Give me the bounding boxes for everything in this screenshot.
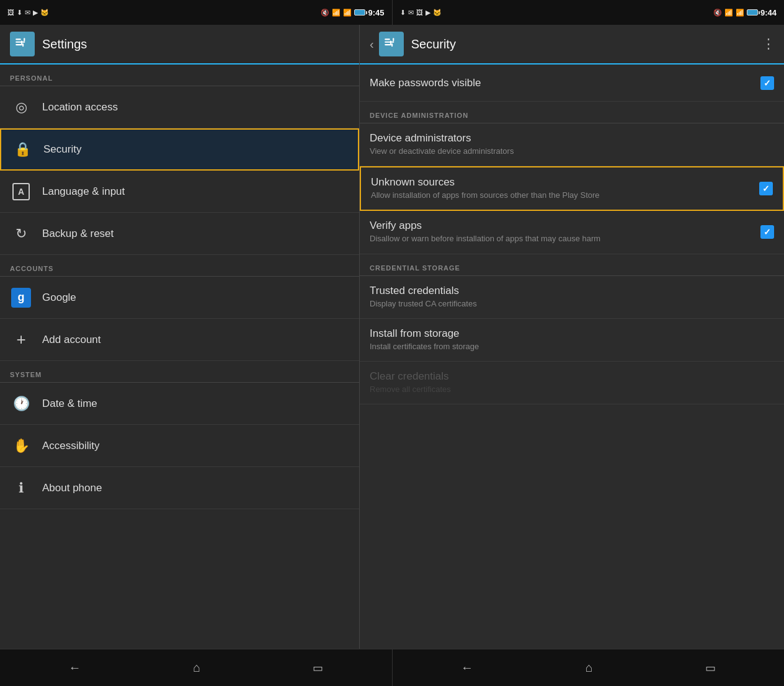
svg-rect-11 <box>391 43 393 47</box>
right-panel: ‹ Security ⋮ Make passwords visible <box>360 25 784 649</box>
verify-apps-text: Verify apps Disallow or warn before inst… <box>370 220 755 244</box>
sidebar-item-about[interactable]: ℹ About phone <box>0 467 359 509</box>
unknown-sources-checkbox[interactable] <box>759 182 773 195</box>
sidebar-item-accessibility[interactable]: ✋ Accessibility <box>0 425 359 467</box>
verify-apps-checkbox[interactable] <box>760 225 774 239</box>
trusted-credentials-text: Trusted credentials Display trusted CA c… <box>370 285 774 310</box>
sidebar-item-location[interactable]: ◎ Location access <box>0 86 359 128</box>
clear-credentials-subtitle: Remove all certificates <box>370 384 774 395</box>
left-time: 9:45 <box>368 8 384 17</box>
image-icon: 🖼 <box>7 9 14 16</box>
battery-icon <box>354 9 365 16</box>
trusted-credentials-title: Trusted credentials <box>370 285 774 297</box>
clock-icon: 🕐 <box>10 393 32 415</box>
verify-apps-title: Verify apps <box>370 220 755 232</box>
security-item-verify-apps[interactable]: Verify apps Disallow or warn before inst… <box>360 211 784 254</box>
language-icon: A <box>10 180 32 203</box>
signal2-icon: 📶 <box>736 9 744 17</box>
install-storage-title: Install from storage <box>370 327 774 340</box>
google-logo: g <box>11 288 31 308</box>
security-app-icon <box>379 32 404 56</box>
security-item-clear-credentials[interactable]: Clear credentials Remove all certificate… <box>360 362 784 404</box>
download2-icon: ⬇ <box>400 9 406 17</box>
play-icon: ▶ <box>33 9 38 17</box>
left-status-bar: 🖼 ⬇ ✉ ▶ 🐱 🔇 📶 📶 9:45 <box>0 0 392 25</box>
security-title-bar: Security <box>411 37 762 51</box>
backup-text: Backup & reset <box>42 228 349 240</box>
battery2-icon <box>747 9 758 16</box>
accessibility-text: Accessibility <box>42 440 349 452</box>
mute2-icon: 🔇 <box>713 9 722 17</box>
svg-rect-8 <box>385 44 391 45</box>
security-item-trusted-credentials[interactable]: Trusted credentials Display trusted CA c… <box>360 276 784 319</box>
svg-rect-2 <box>16 44 22 45</box>
svg-rect-9 <box>393 38 394 41</box>
back-arrow-icon[interactable]: ‹ <box>370 37 374 51</box>
personal-section-header: PERSONAL <box>0 65 359 86</box>
wifi-icon: 📶 <box>332 9 341 17</box>
sidebar-item-security[interactable]: 🔒 Security <box>0 128 359 171</box>
cat-icon: 🐱 <box>40 9 49 17</box>
clear-credentials-text: Clear credentials Remove all certificate… <box>370 370 774 395</box>
svg-rect-0 <box>16 38 21 40</box>
add-account-title: Add account <box>42 334 349 346</box>
sidebar-item-language[interactable]: A Language & input <box>0 171 359 213</box>
right-home-button[interactable]: ⌂ <box>576 656 603 680</box>
about-title: About phone <box>42 482 349 494</box>
language-text: Language & input <box>42 185 349 198</box>
more-options-icon[interactable]: ⋮ <box>762 36 774 52</box>
security-scroll: Make passwords visible DEVICE ADMINISTRA… <box>360 65 784 649</box>
sidebar-item-google[interactable]: g Google <box>0 277 359 319</box>
make-passwords-text: Make passwords visible <box>370 77 755 89</box>
svg-rect-4 <box>21 41 22 44</box>
accessibility-icon: ✋ <box>10 435 32 457</box>
signal-icon: 📶 <box>343 9 352 17</box>
install-storage-subtitle: Install certificates from storage <box>370 341 774 352</box>
sidebar-item-add-account[interactable]: + Add account <box>0 319 359 361</box>
email2-icon: ✉ <box>408 9 414 17</box>
install-storage-text: Install from storage Install certificate… <box>370 327 774 352</box>
trusted-credentials-subtitle: Display trusted CA certificates <box>370 298 774 310</box>
location-title: Location access <box>42 101 349 114</box>
unknown-sources-subtitle: Allow installation of apps from sources … <box>371 190 754 201</box>
about-icon: ℹ <box>10 477 32 499</box>
device-admins-subtitle: View or deactivate device administrators <box>370 146 774 157</box>
make-passwords-checkbox[interactable] <box>760 76 774 90</box>
sidebar-item-backup[interactable]: ↻ Backup & reset <box>0 213 359 255</box>
wifi2-icon: 📶 <box>724 9 733 17</box>
security-item-device-admins[interactable]: Device administrators View or deactivate… <box>360 123 784 166</box>
make-passwords-title: Make passwords visible <box>370 77 755 89</box>
backup-title: Backup & reset <box>42 228 349 240</box>
sidebar-item-datetime[interactable]: 🕐 Date & time <box>0 383 359 425</box>
accessibility-title: Accessibility <box>42 440 349 452</box>
left-back-button[interactable]: ← <box>58 656 91 680</box>
accounts-section-header: ACCOUNTS <box>0 255 359 276</box>
left-recent-button[interactable]: ▭ <box>303 656 333 680</box>
main-content: Settings PERSONAL ◎ Location access 🔒 Se… <box>0 25 784 649</box>
security-item-make-passwords[interactable]: Make passwords visible <box>360 65 784 102</box>
left-home-button[interactable]: ⌂ <box>183 656 210 680</box>
google-title: Google <box>42 292 349 304</box>
svg-rect-5 <box>22 43 24 47</box>
credential-storage-header: CREDENTIAL STORAGE <box>360 254 784 275</box>
right-time: 9:44 <box>760 8 777 17</box>
right-back-button[interactable]: ← <box>451 656 483 680</box>
svg-rect-10 <box>390 41 391 44</box>
email-icon: ✉ <box>25 9 30 17</box>
security-text: Security <box>43 143 348 156</box>
svg-rect-3 <box>24 38 25 41</box>
location-text: Location access <box>42 101 349 114</box>
left-nav-section: ← ⌂ ▭ <box>0 649 392 686</box>
download-icon: ⬇ <box>17 9 22 17</box>
security-app-bar: ‹ Security ⋮ <box>360 25 784 65</box>
security-item-install-storage[interactable]: Install from storage Install certificate… <box>360 319 784 362</box>
right-recent-button[interactable]: ▭ <box>695 656 726 680</box>
settings-app-icon <box>10 32 35 56</box>
left-status-icons: 🖼 ⬇ ✉ ▶ 🐱 <box>7 9 49 17</box>
left-status-right: 🔇 📶 📶 9:45 <box>321 8 384 17</box>
security-item-unknown-sources[interactable]: Unknown sources Allow installation of ap… <box>360 166 784 211</box>
datetime-title: Date & time <box>42 398 349 410</box>
svg-rect-6 <box>385 38 390 40</box>
device-admins-title: Device administrators <box>370 132 774 145</box>
cat2-icon: 🐱 <box>433 9 442 17</box>
